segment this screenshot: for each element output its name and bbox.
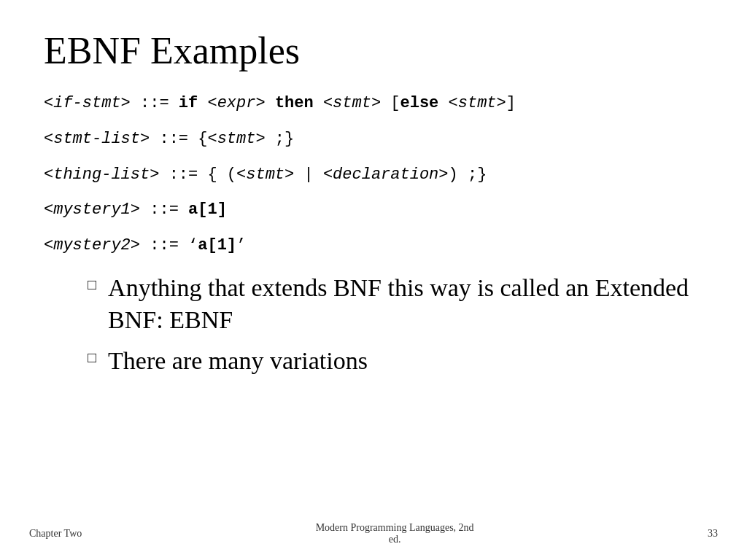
footer-center-line1: Modern Programming Languages, 2nd [316,522,474,533]
rule-thing-list-stmt: <stmt> [236,166,294,184]
rule-mystery1-rhs: a[1] [188,201,227,219]
rule-mystery2-assign: ::= ‘ [140,236,198,254]
slide-title: EBNF Examples [44,29,703,72]
rule-mystery2-quote-close: ’ [236,236,246,254]
footer-right: 33 [708,528,718,540]
rule-if-stmt-bracket-open: [ [381,94,400,112]
rule-if-stmt-expr: <expr> [198,94,275,112]
rule-thing-list-decl: <declaration> [323,166,449,184]
bullet-section: □ Anything that extends BNF this way is … [88,272,703,378]
rule-stmt-list-tail: ;} [266,130,295,148]
rule-if-stmt: <if-stmt> ::= if <expr> then <stmt> [els… [44,93,703,115]
rule-mystery2: <mystery2> ::= ‘a[1]’ [44,235,703,257]
rule-thing-list: <thing-list> ::= { (<stmt> | <declaratio… [44,164,703,187]
rule-mystery1-assign: ::= [140,201,188,219]
rule-thing-list-lhs: <thing-list> [44,166,159,184]
bullet-icon-2: □ [88,348,96,367]
rule-if-stmt-stmt1: <stmt> [314,94,381,112]
slide: EBNF Examples <if-stmt> ::= if <expr> th… [0,0,747,560]
footer-center-line2: ed. [389,534,401,545]
rule-if-stmt-stmt2: <stmt> [438,94,506,112]
rule-if-stmt-lhs: <if-stmt> [44,94,131,112]
rule-stmt-list-stmt: <stmt> [207,130,265,148]
slide-footer: Chapter Two Modern Programming Languages… [0,522,747,545]
bullet-item-1: □ Anything that extends BNF this way is … [88,272,703,336]
rule-thing-list-tail: ) ;} [449,166,487,184]
rule-if-stmt-else: else [400,94,439,112]
rule-stmt-list-lhs: <stmt-list> [44,130,150,148]
rule-stmt-list: <stmt-list> ::= {<stmt> ;} [44,128,703,151]
rule-mystery1-lhs: <mystery1> [44,201,140,219]
bullet-item-2: □ There are many variations [88,345,703,377]
grammar-rules-section: <if-stmt> ::= if <expr> then <stmt> [els… [44,93,703,257]
bullet-text-2: There are many variations [108,345,703,377]
rule-thing-list-assign: ::= { ( [159,166,236,184]
footer-left: Chapter Two [29,528,82,540]
rule-stmt-list-assign: ::= { [150,130,207,148]
rule-if-stmt-if: if [179,94,198,112]
rule-mystery2-lhs: <mystery2> [44,236,140,254]
rule-thing-list-pipe: | [294,166,323,184]
rule-if-stmt-bracket-close: ] [506,94,516,112]
rule-if-stmt-assign: ::= [131,94,179,112]
footer-center: Modern Programming Languages, 2nd ed. [316,522,474,545]
rule-mystery1: <mystery1> ::= a[1] [44,199,703,222]
rule-if-stmt-then: then [275,94,314,112]
rule-mystery2-rhs: a[1] [198,236,236,254]
bullet-text-1: Anything that extends BNF this way is ca… [108,272,703,336]
bullet-icon-1: □ [88,275,96,294]
